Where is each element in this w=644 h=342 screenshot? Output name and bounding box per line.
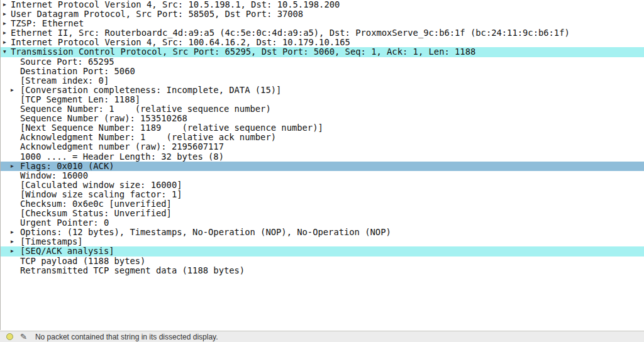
expand-arrow-icon[interactable]: ▸	[3, 9, 6, 19]
tree-row-label: Transmission Control Protocol, Src Port:…	[1, 47, 644, 57]
tree-row-label: [SEQ/ACK analysis]	[1, 246, 644, 256]
tree-row[interactable]: Retransmitted TCP segment data (1188 byt…	[1, 266, 644, 275]
tree-row[interactable]: Acknowledgment Number: 1 (relative ack n…	[1, 133, 644, 142]
tree-row-label: Urgent Pointer: 0	[1, 218, 644, 228]
expand-arrow-icon[interactable]: ▸	[11, 246, 14, 256]
tree-row[interactable]: [Stream index: 0]	[1, 76, 644, 86]
tree-row-label: [Window size scaling factor: 1]	[1, 190, 644, 199]
tree-row[interactable]: Destination Port: 5060	[1, 67, 644, 76]
tree-row[interactable]: Source Port: 65295	[1, 57, 644, 67]
tree-row-label: Ethernet II, Src: Routerboardc_4d:a9:a5 …	[1, 28, 644, 38]
tree-row-label: Window: 16000	[1, 171, 644, 180]
tree-row[interactable]: ▸Internet Protocol Version 4, Src: 10.5.…	[1, 0, 644, 9]
tree-row[interactable]: [Calculated window size: 16000]	[1, 180, 644, 190]
tree-row[interactable]: TCP payload (1188 bytes)	[1, 256, 644, 266]
tree-row-label: Flags: 0x010 (ACK)	[1, 162, 644, 171]
tree-row-label: Internet Protocol Version 4, Src: 100.64…	[1, 38, 644, 47]
tree-row[interactable]: [Checksum Status: Unverified]	[1, 209, 644, 218]
tree-row[interactable]: ▾Transmission Control Protocol, Src Port…	[1, 47, 644, 57]
capture-comment-icon[interactable]: ✎	[20, 333, 27, 341]
tree-row-label: Sequence Number: 1 (relative sequence nu…	[1, 104, 644, 114]
wireshark-window: ▸Internet Protocol Version 4, Src: 10.5.…	[0, 0, 644, 342]
tree-row-label: Sequence Number (raw): 153510268	[1, 114, 644, 123]
tree-row[interactable]: Checksum: 0x6e0c [unverified]	[1, 199, 644, 209]
expand-arrow-icon[interactable]: ▸	[11, 237, 14, 246]
tree-row-label: [TCP Segment Len: 1188]	[1, 95, 644, 104]
expand-arrow-icon[interactable]: ▸	[11, 228, 14, 237]
tree-row[interactable]: ▸[Conversation completeness: Incomplete,…	[1, 86, 644, 95]
tree-row[interactable]: ▸Internet Protocol Version 4, Src: 100.6…	[1, 38, 644, 47]
tree-row[interactable]: Window: 16000	[1, 171, 644, 180]
tree-row-label: [Timestamps]	[1, 237, 644, 246]
tree-row[interactable]: [Window size scaling factor: 1]	[1, 190, 644, 199]
tree-row[interactable]: ▸[SEQ/ACK analysis]	[1, 246, 644, 256]
collapse-arrow-icon[interactable]: ▾	[3, 47, 6, 57]
tree-row[interactable]: [TCP Segment Len: 1188]	[1, 95, 644, 104]
tree-row-label: [Conversation completeness: Incomplete, …	[1, 86, 644, 95]
tree-row[interactable]: ▸TZSP: Ethernet	[1, 19, 644, 28]
tree-row-label: Internet Protocol Version 4, Src: 10.5.1…	[1, 0, 644, 9]
expand-arrow-icon[interactable]: ▸	[11, 162, 14, 171]
tree-row-label: Acknowledgment number (raw): 2195607117	[1, 142, 644, 152]
tree-row-label: User Datagram Protocol, Src Port: 58505,…	[1, 9, 644, 19]
tree-row[interactable]: [Next Sequence Number: 1189 (relative se…	[1, 123, 644, 133]
tree-row-label: TZSP: Ethernet	[1, 19, 644, 28]
tree-row-label: [Checksum Status: Unverified]	[1, 209, 644, 218]
tree-row[interactable]: ▸User Datagram Protocol, Src Port: 58505…	[1, 9, 644, 19]
tree-row-label: [Calculated window size: 16000]	[1, 180, 644, 190]
tree-row-label: 1000 .... = Header Length: 32 bytes (8)	[1, 152, 644, 162]
tree-row[interactable]: 1000 .... = Header Length: 32 bytes (8)	[1, 152, 644, 162]
expand-arrow-icon[interactable]: ▸	[3, 19, 6, 28]
tree-row[interactable]: Urgent Pointer: 0	[1, 218, 644, 228]
tree-row-label: Destination Port: 5060	[1, 67, 644, 76]
tree-row-label: Acknowledgment Number: 1 (relative ack n…	[1, 133, 644, 142]
expand-arrow-icon[interactable]: ▸	[11, 86, 14, 95]
expert-info-icon[interactable]	[6, 333, 13, 340]
tree-row[interactable]: ▸Options: (12 bytes), Timestamps, No-Ope…	[1, 228, 644, 237]
tree-row[interactable]: ▸Flags: 0x010 (ACK)	[1, 162, 644, 171]
expand-arrow-icon[interactable]: ▸	[3, 0, 6, 9]
status-message: No packet contained that string in its d…	[35, 333, 218, 341]
tree-row-label: Source Port: 65295	[1, 57, 644, 67]
tree-row[interactable]: Sequence Number (raw): 153510268	[1, 114, 644, 123]
tree-row-label: [Stream index: 0]	[1, 76, 644, 86]
tree-row[interactable]: ▸[Timestamps]	[1, 237, 644, 246]
tree-row[interactable]: Acknowledgment number (raw): 2195607117	[1, 142, 644, 152]
expand-arrow-icon[interactable]: ▸	[3, 38, 6, 47]
tree-row-label: [Next Sequence Number: 1189 (relative se…	[1, 123, 644, 133]
tree-row[interactable]: Sequence Number: 1 (relative sequence nu…	[1, 104, 644, 114]
packet-details-pane[interactable]: ▸Internet Protocol Version 4, Src: 10.5.…	[0, 0, 644, 330]
tree-row-label: TCP payload (1188 bytes)	[1, 256, 644, 266]
expand-arrow-icon[interactable]: ▸	[3, 28, 6, 38]
tree-row-label: Options: (12 bytes), Timestamps, No-Oper…	[1, 228, 644, 237]
tree-row-label: Checksum: 0x6e0c [unverified]	[1, 199, 644, 209]
tree-row-label: Retransmitted TCP segment data (1188 byt…	[1, 266, 644, 275]
status-bar: ✎ No packet contained that string in its…	[0, 331, 644, 342]
tree-row[interactable]: ▸Ethernet II, Src: Routerboardc_4d:a9:a5…	[1, 28, 644, 38]
